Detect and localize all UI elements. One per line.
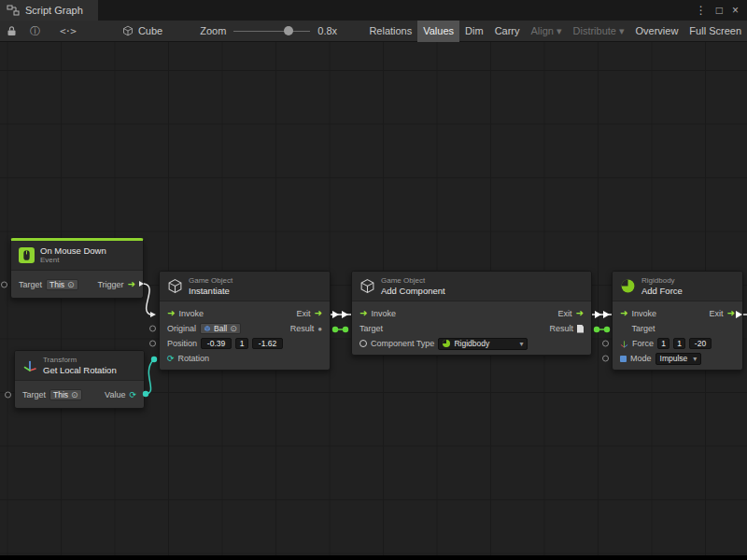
chevron-down-icon: ▾ <box>693 355 697 363</box>
exit-exec-icon[interactable]: ➜ <box>576 309 584 318</box>
trigger-exec-icon[interactable]: ➜ <box>128 280 135 289</box>
connection-exec[interactable] <box>144 284 150 315</box>
exec-port-marker[interactable] <box>342 311 348 318</box>
node-on-mouse-down[interactable]: On Mouse Down Event Target This ⊙ Trigge… <box>10 238 144 299</box>
window-menu-icon[interactable]: ⋮ <box>696 4 707 17</box>
close-icon[interactable]: × <box>732 4 739 17</box>
node-category: Game Object <box>189 276 233 286</box>
position-x-field[interactable]: -0.39 <box>201 338 232 349</box>
target-label: Target <box>359 324 383 333</box>
align-button[interactable]: Align▾ <box>526 21 568 42</box>
component-type-label: Component Type <box>371 339 434 348</box>
result-type-icon[interactable]: ● <box>317 325 322 333</box>
carry-button[interactable]: Carry <box>489 21 526 42</box>
mode-label: Mode <box>630 354 652 363</box>
exit-label: Exit <box>558 309 572 318</box>
component-type-dropdown[interactable]: Rigidbody ▾ <box>438 338 528 350</box>
values-button[interactable]: Values <box>417 21 459 42</box>
object-picker-icon: ⊙ <box>71 390 78 399</box>
force-z-field[interactable]: -20 <box>689 338 712 349</box>
original-label: Original <box>167 324 196 333</box>
invoke-exec-icon[interactable]: ➜ <box>167 309 175 318</box>
invoke-label: Invoke <box>178 309 204 318</box>
node-get-local-rotation[interactable]: Transform Get Local Rotation Target This… <box>14 350 145 409</box>
graph-breadcrumb[interactable]: Cube <box>122 25 162 36</box>
node-header: Transform Get Local Rotation <box>15 351 144 381</box>
overview-button[interactable]: Overview <box>630 21 684 42</box>
node-category: Game Object <box>381 276 445 286</box>
target-input-port[interactable] <box>5 392 11 399</box>
game-object-icon <box>359 278 375 294</box>
force-y-field[interactable]: 1 <box>673 338 685 349</box>
original-input-port[interactable] <box>149 326 156 332</box>
rigidbody-icon <box>620 278 636 294</box>
node-add-force[interactable]: Rigidbody Add Force ➜ Invoke Exit ➜ ➜ Ta… <box>612 271 743 371</box>
node-category: Transform <box>43 356 117 365</box>
connection-value[interactable] <box>145 360 153 394</box>
force-input-port[interactable] <box>602 341 609 347</box>
component-result-icon[interactable] <box>577 325 584 333</box>
toolbar-buttons: Relations Values Dim Carry Align▾ Distri… <box>363 21 747 42</box>
relations-button[interactable]: Relations <box>363 21 417 42</box>
maximize-icon[interactable]: □ <box>716 4 723 17</box>
target-input-port[interactable] <box>1 282 7 288</box>
invoke-exec-icon[interactable]: ➜ <box>620 309 627 318</box>
zoom-label: Zoom <box>200 25 226 36</box>
zoom-slider[interactable] <box>233 26 310 35</box>
info-icon[interactable]: ⓘ <box>23 24 47 38</box>
exec-port-marker[interactable] <box>332 311 339 318</box>
value-port-marker[interactable] <box>332 327 338 332</box>
exit-exec-icon[interactable]: ➜ <box>727 309 735 318</box>
value-label: Value <box>105 390 125 399</box>
relations-label: Relations <box>369 25 412 36</box>
mode-input-port[interactable] <box>602 356 609 362</box>
graph-canvas[interactable]: On Mouse Down Event Target This ⊙ Trigge… <box>0 42 747 555</box>
script-graph-tab[interactable]: Script Graph <box>0 0 98 21</box>
distribute-button[interactable]: Distribute▾ <box>568 21 630 42</box>
original-object-chip[interactable]: Ball ⊙ <box>200 323 241 334</box>
fit-graph-icon[interactable]: <·> <box>47 25 89 37</box>
node-category: Rigidbody <box>641 276 683 286</box>
position-y-field[interactable]: 1 <box>235 338 248 349</box>
node-add-component[interactable]: Game Object Add Component ➜ Invoke Exit … <box>351 271 592 356</box>
exec-port-marker[interactable] <box>150 312 156 317</box>
quaternion-icon: ⟳ <box>167 354 175 363</box>
force-x-field[interactable]: 1 <box>657 338 669 349</box>
object-picker-chip[interactable]: This ⊙ <box>49 389 82 400</box>
node-instantiate[interactable]: Game Object Instantiate ➜ Invoke Exit ➜ … <box>159 271 331 371</box>
lock-icon[interactable] <box>0 25 23 36</box>
node-header: On Mouse Down Event <box>11 241 143 271</box>
zoom-slider-handle[interactable] <box>284 26 293 35</box>
component-type-input-port[interactable] <box>359 340 367 347</box>
position-input-port[interactable] <box>149 341 156 347</box>
mode-value: Impulse <box>660 354 688 363</box>
exec-port-marker[interactable] <box>595 311 601 318</box>
game-object-icon <box>167 278 183 294</box>
value-port-marker[interactable] <box>343 327 348 332</box>
exit-exec-icon[interactable]: ➜ <box>315 309 322 318</box>
node-header: Game Object Instantiate <box>160 272 330 301</box>
value-port-marker[interactable] <box>604 327 610 332</box>
quaternion-icon[interactable]: ⟳ <box>129 390 136 399</box>
align-label: Align <box>531 25 554 36</box>
distribute-label: Distribute <box>573 25 616 36</box>
value-port-marker[interactable] <box>151 357 157 362</box>
mode-dropdown[interactable]: Impulse ▾ <box>655 353 702 365</box>
invoke-exec-icon[interactable]: ➜ <box>359 309 367 318</box>
position-z-field[interactable]: -1.62 <box>252 338 283 349</box>
script-graph-icon <box>7 5 20 16</box>
full-screen-button[interactable]: Full Screen <box>684 21 747 42</box>
target-label: Target <box>22 390 46 399</box>
node-title: Add Force <box>641 286 683 296</box>
exec-port-marker[interactable] <box>603 311 610 318</box>
overview-label: Overview <box>636 25 679 36</box>
object-picker-chip[interactable]: This ⊙ <box>46 279 78 290</box>
original-value: Ball <box>214 324 227 333</box>
graph-toolbar: ⓘ <·> Cube Zoom 0.8x Relations Values Di… <box>0 21 747 42</box>
node-header: Game Object Add Component <box>352 272 591 301</box>
target-value: This <box>53 390 68 399</box>
node-subtitle: Event <box>40 256 106 265</box>
node-title: Get Local Rotation <box>43 365 117 375</box>
value-port-marker[interactable] <box>594 327 599 332</box>
dim-button[interactable]: Dim <box>459 21 489 42</box>
